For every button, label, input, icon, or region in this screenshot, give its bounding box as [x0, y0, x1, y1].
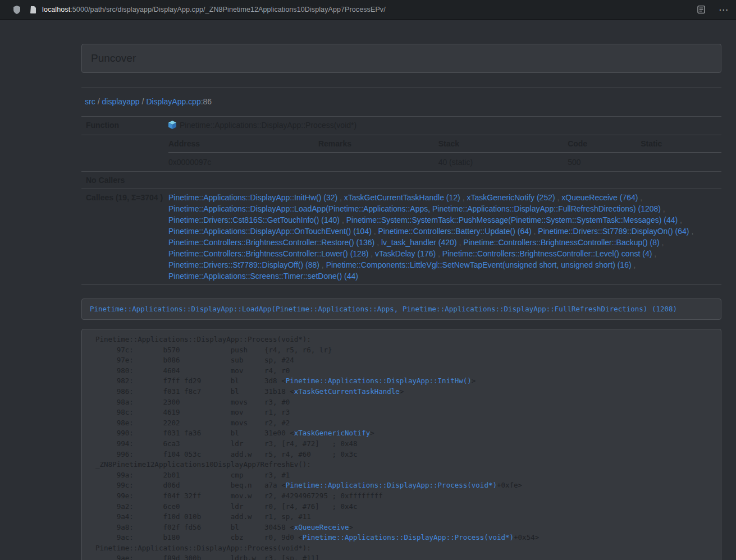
callee-separator: ,	[652, 249, 656, 258]
code-symbol-link[interactable]: xTaskGenericNotify	[294, 429, 370, 437]
callee-separator: ,	[457, 238, 464, 247]
shield-icon[interactable]	[12, 5, 21, 15]
site-page-icon[interactable]	[30, 6, 36, 13]
callee-separator: ,	[678, 215, 682, 224]
function-table: Function Pinetime::Applications::Display…	[81, 116, 721, 285]
callees-row: Callees (19, Σ=3704 ) Pinetime::Applicat…	[81, 189, 721, 285]
header-address: Address	[168, 135, 318, 153]
symbol-link[interactable]: Pinetime::Applications::DisplayApp::Load…	[90, 305, 677, 313]
divider	[81, 88, 721, 88]
reader-view-icon[interactable]	[697, 6, 705, 13]
code-panel: Pinetime::Applications::DisplayApp::Proc…	[81, 329, 721, 560]
cell-code: 500	[568, 153, 641, 171]
callee-separator: ,	[340, 215, 346, 224]
breadcrumb-link-file[interactable]: DisplayApp.cpp	[146, 97, 200, 106]
symbol-panel: Pinetime::Applications::DisplayApp::Load…	[81, 299, 721, 320]
callee-link[interactable]: Pinetime::Drivers::St7789::DisplayOn() (…	[538, 227, 689, 236]
function-row: Function Pinetime::Applications::Display…	[81, 117, 721, 135]
callee-link[interactable]: Pinetime::Controllers::BrightnessControl…	[168, 238, 374, 247]
header-remarks: Remarks	[318, 135, 438, 153]
no-callers-label: No Callers	[81, 172, 168, 189]
header-code: Code	[568, 135, 641, 153]
page-content: Puncover src/displayapp/DisplayApp.cpp:8…	[81, 20, 721, 560]
code-symbol-link[interactable]: xQueueReceive	[294, 523, 349, 531]
breadcrumb-separator: /	[142, 97, 144, 106]
stats-header-row: Address Remarks Stack Code Static	[168, 135, 721, 153]
callee-link[interactable]: Pinetime::Controllers::BrightnessControl…	[463, 238, 659, 247]
callee-separator: ,	[460, 193, 467, 202]
callee-separator: ,	[337, 193, 344, 202]
callee-separator: ,	[436, 249, 442, 258]
callee-link[interactable]: Pinetime::Applications::DisplayApp::OnTo…	[168, 227, 372, 236]
callee-separator: ,	[368, 249, 375, 258]
url-path: :5000/path/src/displayapp/DisplayApp.cpp…	[70, 6, 386, 13]
stats-table: Address Remarks Stack Code Static 0x0000…	[168, 135, 721, 171]
breadcrumb: src/displayapp/DisplayApp.cpp:86	[81, 94, 721, 109]
callee-separator: ,	[661, 204, 665, 213]
callee-link[interactable]: lv_task_handler (420)	[381, 238, 457, 247]
url-bar[interactable]: localhost:5000/path/src/displayapp/Displ…	[42, 6, 386, 13]
code-symbol-link[interactable]: Pinetime::Applications::DisplayApp::Init…	[286, 377, 472, 385]
cell-stack: 40 (static)	[438, 153, 568, 171]
callee-separator: ,	[555, 193, 562, 202]
callee-link[interactable]: Pinetime::Drivers::St7789::DisplayOff() …	[168, 260, 319, 269]
stats-row: Address Remarks Stack Code Static 0x0000…	[81, 135, 721, 172]
callee-link[interactable]: Pinetime::Components::LittleVgl::SetNewT…	[326, 260, 632, 269]
function-cube-icon	[168, 121, 176, 132]
callee-link[interactable]: xQueueReceive (764)	[561, 193, 638, 202]
callee-separator: ,	[632, 260, 636, 269]
page-title: Puncover	[91, 52, 136, 64]
stats-value-row: 0x0000097c 40 (static) 500	[168, 153, 721, 171]
cell-address: 0x0000097c	[168, 153, 318, 171]
browser-menu-icon[interactable]: ⋯	[719, 5, 728, 15]
breadcrumb-line-number: :86	[201, 97, 212, 106]
header-static: Static	[641, 135, 721, 153]
cell-static	[641, 153, 721, 171]
code-symbol-link[interactable]: xTaskGetCurrentTaskHandle	[294, 387, 400, 396]
url-host: localhost	[42, 6, 70, 13]
function-name: Pinetime::Applications::DisplayApp::Proc…	[180, 121, 356, 130]
callee-separator: ,	[319, 260, 326, 269]
breadcrumb-separator: /	[98, 97, 100, 106]
callee-separator: ,	[689, 227, 694, 236]
browser-topbar: localhost:5000/path/src/displayapp/Displ…	[0, 0, 736, 20]
stats-row-spacer	[81, 135, 168, 172]
callee-link[interactable]: xTaskGetCurrentTaskHandle (12)	[344, 193, 460, 202]
callees-label: Callees (19, Σ=3704 )	[81, 189, 168, 285]
callee-link[interactable]: Pinetime::Controllers::BrightnessControl…	[442, 249, 652, 258]
callee-link[interactable]: Pinetime::Drivers::Cst816S::GetTouchInfo…	[168, 215, 340, 224]
breadcrumb-link-src[interactable]: src	[85, 97, 95, 106]
callee-link[interactable]: Pinetime::Applications::DisplayApp::Load…	[168, 204, 661, 213]
callee-link[interactable]: Pinetime::System::SystemTask::PushMessag…	[346, 215, 678, 224]
puncover-title-panel: Puncover	[81, 44, 721, 73]
callee-link[interactable]: Pinetime::Applications::DisplayApp::Init…	[168, 193, 337, 202]
callee-link[interactable]: vTaskDelay (176)	[375, 249, 436, 258]
breadcrumb-link-displayapp[interactable]: displayapp	[102, 97, 140, 106]
callee-link[interactable]: Pinetime::Applications::Screens::Timer::…	[168, 272, 358, 281]
callee-link[interactable]: Pinetime::Controllers::BrightnessControl…	[168, 249, 368, 258]
callee-separator: ,	[532, 227, 538, 236]
callee-separator: ,	[374, 238, 381, 247]
cell-remarks	[318, 153, 438, 171]
callee-link[interactable]: xTaskGenericNotify (252)	[467, 193, 555, 202]
callees-list: Pinetime::Applications::DisplayApp::Init…	[168, 189, 721, 285]
callee-link[interactable]: Pinetime::Controllers::Battery::Update()…	[378, 227, 532, 236]
callee-separator: ,	[372, 227, 378, 236]
code-symbol-link[interactable]: Pinetime::Applications::DisplayApp::Proc…	[303, 533, 514, 541]
callee-separator: ,	[660, 238, 664, 247]
disassembly: Pinetime::Applications::DisplayApp::Proc…	[95, 334, 707, 560]
no-callers-row: No Callers	[81, 172, 721, 189]
header-stack: Stack	[438, 135, 568, 153]
code-symbol-link[interactable]: Pinetime::Applications::DisplayApp::Proc…	[286, 481, 497, 489]
function-row-label: Function	[81, 117, 168, 135]
callee-separator: ,	[638, 193, 642, 202]
